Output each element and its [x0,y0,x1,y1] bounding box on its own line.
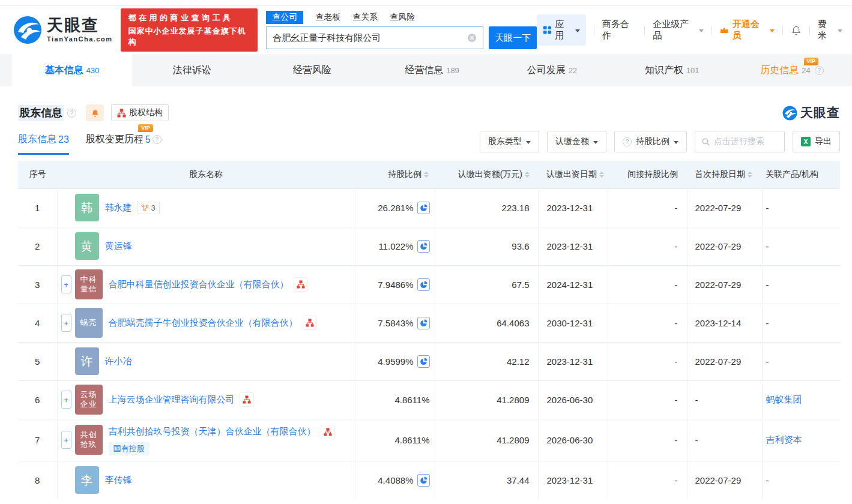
search-tab-查风险[interactable]: 查风险 [390,11,415,24]
divider [594,26,594,35]
search-tab-查关系[interactable]: 查关系 [352,11,378,24]
row-number-cell: 3 [18,265,57,304]
subscribed-amount-filter[interactable]: 认缴金额 [547,131,606,152]
equity-structure-button[interactable]: 股权结构 [111,104,169,121]
tab-法律诉讼[interactable]: 法律诉讼 [132,54,252,86]
shareholder-name-cell: 李李传锋 [57,461,355,499]
subtab-股东信息[interactable]: 股东信息23 [18,133,69,155]
subtab-label: 股权变更历程 [86,133,144,146]
vip-badge: VIP [138,124,153,132]
tab-label: 经营信息 [405,64,443,77]
subscribed-amount-cell: 41.2809 [435,419,538,461]
shareholder-name-link[interactable]: 吉利共创拾玖号投资（天津）合伙企业（有限合伙） [109,426,316,437]
table-row: 1韩韩永建326.281%223.182023-12-31-2022-07-29… [18,188,840,227]
help-icon[interactable]: ? [67,109,76,118]
row-number-cell: 1 [18,188,57,227]
business-coop-link[interactable]: 商务合作 [602,19,637,41]
divider [644,26,645,35]
column-header-认缴出资额(万元)[interactable]: 认缴出资额(万元) [435,161,538,188]
pie-chart-button[interactable] [417,355,430,368]
avatar: 韩 [75,194,99,221]
related-product-link[interactable]: 吉利资本 [766,434,802,445]
search-icon [701,137,710,146]
tab-经营风险[interactable]: 经营风险 [252,54,372,86]
apps-menu[interactable]: 应用 [537,14,585,46]
avatar: 中科量信 [75,269,103,299]
tab-知识产权[interactable]: 知识产权101 [612,54,732,86]
column-header-认缴出资日期[interactable]: 认缴出资日期 [538,161,608,188]
export-button[interactable]: X 导出 [793,131,840,152]
pie-chart-button[interactable] [417,278,430,291]
shareholder-name-link[interactable]: 李传锋 [105,475,132,486]
subtab-股权变更历程[interactable]: 股权变更历程5VIP? [86,133,162,153]
equity-structure-icon-button[interactable] [294,277,308,292]
shareholder-name-link[interactable]: 韩永建 [105,202,132,214]
sort-icon[interactable] [748,172,752,178]
expand-button[interactable]: + [61,314,71,332]
search-button[interactable]: 天眼一下 [489,26,537,49]
column-header-持股比例[interactable]: 持股比例 [355,161,435,188]
pie-chart-button[interactable] [417,317,430,329]
shareholder-name-cell: +中科量信合肥中科量信创业投资合伙企业（有限合伙） [57,265,355,304]
vip-crown-icon [719,25,729,35]
shareholder-type-filter[interactable]: 股东类型 [480,131,539,152]
clear-icon[interactable] [467,33,477,43]
table-search-placeholder: 点击进行搜索 [714,136,764,147]
tab-基本信息[interactable]: 基本信息430 [12,54,132,86]
user-menu[interactable]: 费米 [818,19,842,41]
shareholder-name-link[interactable]: 上海云场企业管理咨询有限公司 [109,394,235,406]
enterprise-products-menu[interactable]: 企业级产品 [653,19,703,41]
equity-structure-icon-button[interactable] [321,425,335,439]
related-product-link[interactable]: 蚂蚁集团 [766,394,802,404]
tab-经营信息[interactable]: 经营信息189 [372,54,492,86]
equity-structure-icon-button[interactable] [240,392,254,407]
table-row: 5许许小冶4.9599%42.122023-12-31-2022-07-29- [18,342,840,380]
subscribed-date-cell: 2024-12-31 [538,265,608,304]
monitor-bell-button[interactable] [86,104,104,121]
shareholder-name-cell: 黄黄运锋 [57,227,355,265]
table-row: 3+中科量信合肥中科量信创业投资合伙企业（有限合伙）7.9486%67.5202… [18,265,840,304]
state-owned-tag: 国有控股 [109,442,150,455]
tab-历史信息[interactable]: 历史信息24VIP? [732,54,852,86]
subscribed-date-cell: 2023-12-31 [538,227,608,265]
help-icon[interactable]: ? [815,66,824,75]
search-input[interactable]: 合肥幺正量子科技有限公司 [266,26,483,49]
shareholder-name-link[interactable]: 黄运锋 [105,241,132,252]
relation-count-badge[interactable]: 3 [137,202,160,214]
column-header-首次持股日期[interactable]: 首次持股日期 [687,161,762,188]
pie-chart-button[interactable] [417,240,430,253]
notifications-bell-icon[interactable] [791,25,802,36]
pie-chart-button[interactable] [417,474,430,487]
shareholder-name-link[interactable]: 合肥蜗壳孺子牛创业投资合伙企业（有限合伙） [109,317,298,329]
expand-button[interactable]: + [61,431,71,449]
org-chart-icon [297,280,305,289]
pie-chart-button[interactable] [417,202,430,214]
tab-label: 法律诉讼 [173,64,211,77]
tianyancha-logo-icon [782,106,797,121]
shareholder-name-link[interactable]: 许小冶 [105,356,132,367]
table-search-input[interactable]: 点击进行搜索 [695,131,785,152]
row-number-cell: 5 [18,342,57,380]
equity-structure-icon-button[interactable] [303,316,317,330]
related-product-cell: 蚂蚁集团 [762,380,840,419]
shareholder-name-link[interactable]: 合肥中科量信创业投资合伙企业（有限合伙） [109,279,289,290]
tab-label: 公司发展 [527,64,566,77]
expand-button[interactable]: + [61,391,71,409]
sort-icon[interactable] [599,172,604,178]
search-tab-查公司[interactable]: 查公司 [266,11,303,24]
sort-icon[interactable] [424,172,429,178]
subtab-label: 股东信息 [18,133,56,146]
site-logo[interactable]: 天眼查 TianYanCha.com [13,16,112,44]
search-tab-查老板[interactable]: 查老板 [315,11,340,24]
share-ratio-filter[interactable]: ? 持股比例 [614,131,687,152]
tab-公司发展[interactable]: 公司发展22 [492,54,612,86]
open-vip-menu[interactable]: 开通会员 [719,19,774,41]
indirect-ratio-cell: - [608,380,687,419]
help-icon[interactable]: ? [153,135,162,144]
promo-line2: 国家中小企业发展子基金旗下机构 [128,26,250,47]
table-row: 4+蜗壳合肥蜗壳孺子牛创业投资合伙企业（有限合伙）7.5843%64.40632… [18,304,840,342]
indirect-ratio-cell: - [608,461,687,499]
sort-icon[interactable] [525,172,530,178]
expand-button[interactable]: + [61,275,71,293]
chevron-down-icon [770,29,775,32]
